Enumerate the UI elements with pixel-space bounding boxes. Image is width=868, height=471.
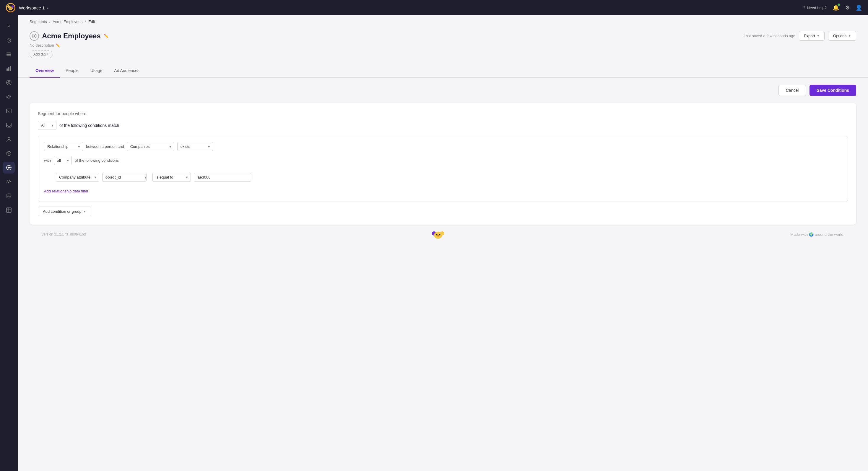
sidebar-icon-megaphone[interactable] [3,91,15,103]
help-button[interactable]: ? Need help? [803,6,827,10]
sidebar-icon-target[interactable] [3,77,15,89]
page-title: Acme Employees [42,32,101,40]
svg-point-19 [8,137,10,140]
condition-type-wrapper: Relationship People attribute ▼ [44,142,83,151]
conditions-card: Segment for people where: All Any ▼ of t… [30,103,856,225]
last-saved-text: Last saved a few seconds ago [744,34,795,38]
svg-point-36 [439,234,440,236]
add-tag-button[interactable]: Add tag + [30,51,53,58]
with-row: with all any ▼ of the following conditio… [44,156,842,165]
page-title-right: Last saved a few seconds ago Export ▼ Op… [744,31,856,41]
sidebar-icon-inbox[interactable] [3,119,15,131]
version-text: Version 21.2.173+db9b41bd [41,232,86,236]
sidebar-icon-cube[interactable] [3,147,15,159]
operator-wrapper: is equal to is not equal to contains ▼ [152,173,191,182]
breadcrumb: Segments / Acme Employees / Edit [18,15,868,28]
workspace-name: Workspace 1 [19,5,44,10]
sidebar-icon-activity[interactable] [3,176,15,188]
sidebar-icon-terminal[interactable] [3,105,15,117]
relationship-row: Relationship People attribute ▼ between … [44,142,842,151]
main-content: Segments / Acme Employees / Edit Acme Em… [18,15,868,471]
sidebar: » ◎ [0,15,18,471]
segment-for-text: Segment for people where: [38,111,848,116]
sidebar-icon-table[interactable] [3,204,15,216]
exists-wrapper: exists does not exist ▼ [177,142,213,151]
breadcrumb-sep-1: / [49,20,51,24]
settings-button[interactable]: ⚙ [845,4,850,11]
svg-rect-10 [6,68,8,71]
footer: Version 21.2.173+db9b41bd Made with 🌍 ar… [30,225,856,244]
match-suffix-text: of the following conditions match [59,123,119,128]
sidebar-icon-home[interactable]: ◎ [3,34,15,46]
company-attribute-select[interactable]: Company attribute [56,173,99,182]
svg-rect-27 [6,208,11,212]
sidebar-icon-segments[interactable] [3,162,15,173]
desc-edit-icon[interactable]: ✏️ [56,43,60,47]
save-conditions-button[interactable]: Save Conditions [809,85,856,96]
app-logo [6,3,16,12]
svg-rect-9 [6,56,11,56]
page-description: No description ✏️ [30,43,856,47]
svg-point-35 [436,234,437,236]
svg-rect-11 [8,67,9,71]
svg-rect-8 [6,54,11,55]
svg-rect-7 [6,53,11,54]
page-title-left: Acme Employees ✏️ [30,31,109,41]
breadcrumb-current: Edit [88,20,95,24]
svg-point-4 [9,8,10,8]
page-header: Acme Employees ✏️ Last saved a few secon… [18,28,868,64]
user-profile-button[interactable]: 👤 [856,4,862,11]
svg-point-37 [437,235,439,237]
action-row: Cancel Save Conditions [30,85,856,96]
sidebar-icon-collapse[interactable]: » [3,20,15,32]
top-navigation: Workspace 1 ⌄ ? Need help? 🔔 ⚙ 👤 [0,0,868,15]
footer-logo [431,229,445,239]
topnav-right-actions: ? Need help? 🔔 ⚙ 👤 [803,4,862,11]
companies-select[interactable]: Companies [127,142,174,151]
attribute-field-wrapper: object_id ▼ [102,173,150,182]
svg-point-26 [7,194,11,195]
condition-type-select[interactable]: Relationship People attribute [44,142,83,151]
add-condition-button[interactable]: Add condition or group ▼ [38,207,91,216]
tab-people[interactable]: People [60,64,85,78]
breadcrumb-sep-2: / [85,20,86,24]
svg-point-15 [8,82,9,83]
cancel-button[interactable]: Cancel [778,85,806,96]
content-area: Cancel Save Conditions Segment for peopl… [18,78,868,251]
all-select[interactable]: all any [54,156,72,165]
svg-point-6 [10,8,11,9]
attribute-field-select[interactable]: object_id [102,173,147,182]
notifications-button[interactable]: 🔔 [833,4,839,11]
options-button[interactable]: Options ▼ [828,31,856,41]
export-chevron-icon: ▼ [816,34,819,37]
svg-point-31 [34,35,35,37]
all-wrapper: all any ▼ [54,156,72,165]
breadcrumb-segment-link[interactable]: Acme Employees [53,20,83,24]
tab-ad-audiences[interactable]: Ad Audiences [108,64,145,78]
made-with-text: Made with 🌍 around the world. [790,232,844,237]
help-circle-icon: ? [803,6,805,10]
tab-usage[interactable]: Usage [85,64,108,78]
notification-dot [838,4,840,6]
export-button[interactable]: Export ▼ [799,31,825,41]
svg-point-5 [11,8,12,8]
match-operator-wrapper: All Any ▼ [38,121,56,130]
title-edit-icon[interactable]: ✏️ [104,34,109,38]
sidebar-icon-layers[interactable] [3,48,15,60]
svg-point-21 [8,167,10,169]
tab-overview[interactable]: Overview [30,64,60,78]
filter-value-input[interactable] [194,173,251,182]
add-condition-chevron-icon: ▼ [83,210,86,213]
sidebar-icon-analytics[interactable] [3,63,15,74]
svg-rect-16 [6,109,11,113]
operator-select[interactable]: is equal to is not equal to contains [152,173,191,182]
breadcrumb-segments-link[interactable]: Segments [30,20,47,24]
sidebar-icon-database[interactable] [3,190,15,202]
add-relationship-filter-button[interactable]: Add relationship data filter [44,187,88,196]
exists-select[interactable]: exists does not exist [177,142,213,151]
workspace-selector[interactable]: Workspace 1 ⌄ [19,5,49,10]
match-operator-select[interactable]: All Any [38,121,56,130]
sidebar-icon-people[interactable] [3,133,15,145]
svg-rect-12 [10,66,11,71]
data-filter-row: Company attribute ▼ object_id ▼ [56,170,842,182]
